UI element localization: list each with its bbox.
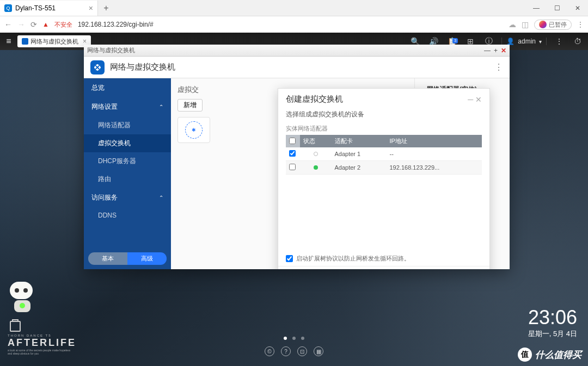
sidebar-item-overview[interactable]: 总览 bbox=[84, 78, 171, 97]
sidebar-item-adapters[interactable]: 网络适配器 bbox=[84, 116, 171, 134]
create-vswitch-modal: 创建虚拟交换机 ─ ✕ 选择组成虚拟交换机的设备 实体网络适配器 状态 适配卡 … bbox=[278, 88, 490, 269]
minimize-button[interactable]: — bbox=[526, 0, 547, 16]
user-icon: 👤 bbox=[506, 38, 514, 45]
app-title: 网络与虚拟交换机 bbox=[110, 62, 175, 72]
forward-button[interactable]: → bbox=[17, 20, 25, 29]
app-titlebar[interactable]: 网络与虚拟交换机 — + ✕ bbox=[84, 45, 510, 57]
menu-icon[interactable]: ≡ bbox=[2, 36, 15, 46]
wallpaper-logo: THORN DANCE T5 AFTERLIFE a look at some … bbox=[8, 321, 76, 355]
url-text[interactable]: 192.168.123.229/cgi-bin/# bbox=[78, 21, 154, 28]
taskbar-close-icon[interactable]: × bbox=[83, 38, 87, 45]
sidebar-item-route[interactable]: 路由 bbox=[84, 170, 171, 188]
insecure-label: 不安全 bbox=[54, 21, 72, 29]
clock-date: 星期一, 5月 4日 bbox=[528, 329, 577, 339]
footer-icon-1[interactable]: © bbox=[265, 346, 274, 356]
stp-label: 启动扩展树协议以防止网桥发生循环回路。 bbox=[296, 255, 410, 263]
sidebar-item-ddns[interactable]: DDNS bbox=[84, 207, 171, 224]
chevron-up-icon: ⌃ bbox=[159, 195, 163, 201]
maximize-button[interactable]: ☐ bbox=[547, 0, 567, 16]
browser-menu-icon[interactable]: ⋮ bbox=[577, 21, 584, 28]
modal-title: 创建虚拟交换机 bbox=[286, 94, 343, 104]
app-maximize-button[interactable]: + bbox=[494, 47, 498, 54]
ext-icon-1[interactable]: ☁ bbox=[509, 20, 516, 29]
vswitch-node-icon: ✱ bbox=[185, 121, 203, 139]
table-row[interactable]: Adapter 2 192.168.123.229... bbox=[286, 161, 482, 175]
app-more-icon[interactable]: ⋮ bbox=[494, 62, 503, 72]
footer-icon-3[interactable]: ⊡ bbox=[297, 346, 307, 356]
footer-icon-2[interactable]: ? bbox=[281, 346, 291, 356]
desktop-pager[interactable] bbox=[284, 337, 304, 340]
mode-advanced-button[interactable]: 高级 bbox=[127, 252, 167, 265]
close-button[interactable]: ✕ bbox=[567, 0, 588, 16]
app-minimize-button[interactable]: — bbox=[484, 47, 491, 54]
address-bar: ← → ⟳ ▲ 不安全 192.168.123.229/cgi-bin/# ☁ … bbox=[0, 16, 588, 33]
main-pane: 虚拟交 新增 ✱ 创建虚拟交换机 ─ ✕ 选择组成虚拟交换机的设备 实体网络适配… bbox=[171, 78, 510, 269]
status-led-on-icon bbox=[314, 165, 318, 170]
row-checkbox[interactable] bbox=[289, 164, 296, 170]
sidebar: 总览 网络设置⌃ 网络适配器 虚拟交换机 DHCP服务器 路由 访问服务⌃ DD… bbox=[84, 78, 171, 269]
row-checkbox[interactable] bbox=[289, 150, 296, 157]
modal-footer: 取消 步骤 1/6 上一步 下一步 bbox=[278, 266, 489, 269]
browser-chrome: Q Dylan-TS-551 × + — ☐ ✕ ← → ⟳ ▲ 不安全 192… bbox=[0, 0, 588, 33]
tab-close-icon[interactable]: × bbox=[89, 4, 93, 13]
back-button[interactable]: ← bbox=[4, 20, 12, 29]
user-menu[interactable]: 👤 admin ▾ bbox=[501, 38, 547, 45]
tab-title: Dylan-TS-551 bbox=[15, 4, 56, 12]
smzdm-watermark: 值 什么值得买 bbox=[518, 348, 581, 362]
trash-icon bbox=[10, 321, 21, 332]
desktop-clock: 23:06 星期一, 5月 4日 bbox=[528, 306, 577, 339]
robot-widget[interactable] bbox=[10, 282, 34, 312]
col-ip: IP地址 bbox=[386, 135, 482, 147]
modal-section-label: 实体网络适配器 bbox=[286, 125, 482, 133]
center-pane: 虚拟交 新增 ✱ 创建虚拟交换机 ─ ✕ 选择组成虚拟交换机的设备 实体网络适配… bbox=[171, 78, 414, 269]
app-header: 网络与虚拟交换机 ⋮ bbox=[84, 57, 510, 78]
smzdm-badge-icon: 值 bbox=[518, 348, 532, 362]
taskbar-app-tab[interactable]: 网络与虚拟交换机 × bbox=[17, 35, 91, 47]
topology-card[interactable]: ✱ bbox=[177, 117, 210, 143]
clock-time: 23:06 bbox=[528, 306, 577, 329]
app-window-title: 网络与虚拟交换机 bbox=[87, 46, 135, 54]
sidebar-item-vswitch[interactable]: 虚拟交换机 bbox=[84, 134, 171, 152]
modal-close-icon[interactable]: ─ ✕ bbox=[468, 95, 482, 104]
add-button[interactable]: 新增 bbox=[177, 99, 203, 111]
mode-basic-button[interactable]: 基本 bbox=[88, 252, 127, 265]
col-checkbox[interactable] bbox=[286, 135, 300, 147]
vswitch-logo-icon bbox=[90, 60, 105, 75]
notifications-icon[interactable]: ⋮ bbox=[551, 37, 567, 46]
sidebar-mode-toggle: 基本 高级 bbox=[84, 248, 171, 269]
reload-button[interactable]: ⟳ bbox=[30, 20, 37, 29]
dashboard-icon[interactable]: ⏱ bbox=[569, 37, 586, 46]
vswitch-app-icon bbox=[22, 38, 28, 45]
adblock-icon bbox=[539, 21, 547, 28]
vswitch-app-window: 网络与虚拟交换机 — + ✕ 网络与虚拟交换机 ⋮ 总览 网络设置⌃ 网络适配器… bbox=[84, 45, 510, 269]
insecure-icon: ▲ bbox=[42, 21, 49, 28]
stp-checkbox[interactable] bbox=[286, 255, 293, 262]
status-led-off-icon bbox=[314, 152, 318, 156]
tab-strip: Q Dylan-TS-551 × + — ☐ ✕ bbox=[0, 0, 588, 16]
modal-hint: 选择组成虚拟交换机的设备 bbox=[286, 110, 482, 119]
sidebar-item-access[interactable]: 访问服务⌃ bbox=[84, 188, 171, 207]
sidebar-item-dhcp[interactable]: DHCP服务器 bbox=[84, 152, 171, 170]
chevron-down-icon: ▾ bbox=[539, 39, 542, 45]
sidebar-item-network-settings[interactable]: 网络设置⌃ bbox=[84, 97, 171, 116]
adapter-table: 状态 适配卡 IP地址 Adapter 1 -- bbox=[286, 135, 482, 175]
browser-tab[interactable]: Q Dylan-TS-551 × bbox=[0, 1, 98, 16]
app-close-button[interactable]: ✕ bbox=[501, 47, 506, 54]
adblock-badge[interactable]: 已暂停 bbox=[534, 20, 572, 30]
footer-icon-4[interactable]: ▦ bbox=[314, 346, 323, 356]
browser-window-controls: — ☐ ✕ bbox=[526, 0, 588, 16]
col-adapter: 适配卡 bbox=[332, 135, 387, 147]
table-row[interactable]: Adapter 1 -- bbox=[286, 147, 482, 161]
desktop-footer-icons: © ? ⊡ ▦ bbox=[265, 346, 323, 356]
new-tab-button[interactable]: + bbox=[98, 3, 114, 13]
chevron-up-icon: ⌃ bbox=[159, 104, 163, 110]
ext-icon-2[interactable]: ◫ bbox=[522, 20, 529, 29]
qnap-favicon: Q bbox=[4, 4, 12, 12]
col-status: 状态 bbox=[300, 135, 332, 147]
